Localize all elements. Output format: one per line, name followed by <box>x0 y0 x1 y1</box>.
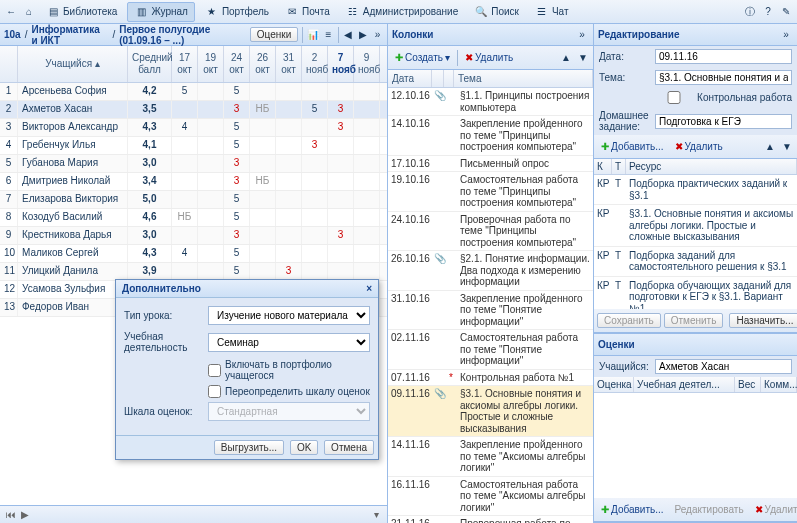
settings-icon[interactable]: ✎ <box>779 5 793 19</box>
chart-icon[interactable]: 📊 <box>307 28 319 42</box>
nav-admin[interactable]: ☷Администрирование <box>340 3 464 21</box>
ok-button[interactable]: OK <box>290 440 318 455</box>
list-item[interactable]: 26.10.16📎§2.1. Понятие информации. Два п… <box>388 251 593 291</box>
table-row[interactable]: 10Маликов Сергей4,345 <box>0 245 387 263</box>
crumb-period[interactable]: Первое полугодие (01.09.16 – ...) <box>119 24 242 46</box>
down-icon[interactable]: ▼ <box>780 140 794 154</box>
journal-icon: ▥ <box>134 5 148 19</box>
back-icon[interactable]: ← <box>4 5 18 19</box>
date-label: Дата: <box>599 51 651 62</box>
table-row[interactable]: 7Елизарова Виктория5,05 <box>0 191 387 209</box>
collapse-icon[interactable]: » <box>575 28 589 42</box>
hw-label: Домашнее задание: <box>599 110 651 132</box>
crumb-class[interactable]: 10а <box>4 29 21 40</box>
table-row[interactable]: 2Ахметов Хасан3,53НБ53 <box>0 101 387 119</box>
student-label: Учащийся: <box>599 361 651 372</box>
test-checkbox[interactable]: Контрольная работа <box>650 88 797 107</box>
list-item[interactable]: 02.11.16Самостоятельная работа по теме "… <box>388 330 593 370</box>
table-row[interactable]: 8Козодуб Василий4,6НБ5 <box>0 209 387 227</box>
topic-input[interactable] <box>655 70 792 85</box>
list-item[interactable]: 07.11.16*Контрольная работа №1 <box>388 370 593 387</box>
marks-title: Оценки <box>598 339 635 350</box>
list-item[interactable]: КРТПодборка обучающих заданий для подгот… <box>594 277 797 310</box>
list-item[interactable]: 12.10.16📎§1.1. Принципы построения компь… <box>388 88 593 116</box>
down-icon[interactable]: ▼ <box>576 51 590 65</box>
table-row[interactable]: 9Крестникова Дарья3,033 <box>0 227 387 245</box>
list-item[interactable]: 09.11.16📎§3.1. Основные понятия и аксиом… <box>388 386 593 437</box>
student-input[interactable] <box>655 359 792 374</box>
lessons-grid: ДатаТема 12.10.16📎§1.1. Принципы построе… <box>388 70 593 523</box>
dialog-title: Дополнительно <box>122 283 201 294</box>
list-item[interactable]: 17.10.16Письменный опрос <box>388 156 593 173</box>
assign-button[interactable]: Назначить... <box>729 313 797 328</box>
date-input[interactable] <box>655 49 792 64</box>
chat-icon: ☰ <box>535 5 549 19</box>
nav-portfolio[interactable]: ★Портфель <box>199 3 275 21</box>
table-row[interactable]: 5Губанова Мария3,03 <box>0 155 387 173</box>
cancel-button[interactable]: Отмена <box>324 440 374 455</box>
cancel-edit-button: Отменить <box>664 313 724 328</box>
scale-label: Шкала оценок: <box>124 406 202 417</box>
del-resource-button[interactable]: ✖Удалить <box>671 139 727 154</box>
up-icon[interactable]: ▲ <box>559 51 573 65</box>
table-row[interactable]: 3Викторов Александр4,3453 <box>0 119 387 137</box>
list-item[interactable]: КРТПодборка практических заданий к §3.1 <box>594 175 797 205</box>
table-row[interactable]: 6Дмитриев Николай3,43НБ <box>0 173 387 191</box>
close-icon[interactable]: × <box>366 283 372 294</box>
help-icon[interactable]: ? <box>761 5 775 19</box>
activity-select[interactable]: Семинар <box>208 333 370 352</box>
extra-dialog: Дополнительно× Тип урока:Изучение нового… <box>115 279 379 460</box>
crumb-subject[interactable]: Информатика и ИКТ <box>31 24 108 46</box>
save-button: Сохранить <box>597 313 661 328</box>
activity-label: Учебная деятельность <box>124 331 202 353</box>
lesson-type-label: Тип урока: <box>124 310 202 321</box>
del-mark-button: ✖Удалить <box>751 502 797 517</box>
list-item[interactable]: 14.11.16Закрепление пройденного по теме … <box>388 437 593 477</box>
col-date[interactable]: Дата <box>388 70 432 87</box>
lesson-type-select[interactable]: Изучение нового материала <box>208 306 370 325</box>
list-item[interactable]: 24.10.16Проверочная работа по теме "Прин… <box>388 212 593 252</box>
info-icon[interactable]: ⓘ <box>743 5 757 19</box>
up-icon[interactable]: ▲ <box>763 140 777 154</box>
mail-icon: ✉ <box>285 5 299 19</box>
edit-mark-button: Редактировать <box>671 502 748 517</box>
prev-icon[interactable]: ◀ <box>343 28 354 42</box>
first-icon[interactable]: ⏮ <box>4 508 18 522</box>
book-icon: ▤ <box>46 5 60 19</box>
delete-button[interactable]: ✖Удалить <box>461 50 517 65</box>
list-item[interactable]: КР§3.1. Основные понятия и аксиомы алгеб… <box>594 205 797 247</box>
hw-input[interactable] <box>655 114 792 129</box>
status-bar: ⏮ ▶ ▾ <box>0 505 387 523</box>
list-item[interactable]: 21.11.16Проверочная работа по теме "Акси… <box>388 516 593 523</box>
export-button[interactable]: Выгрузить... <box>214 440 284 455</box>
breadcrumb-bar: 10а/ Информатика и ИКТ/ Первое полугодие… <box>0 24 387 46</box>
add-mark-button[interactable]: ✚Добавить... <box>597 502 668 517</box>
home-icon[interactable]: ⌂ <box>22 5 36 19</box>
table-row[interactable]: 4Гребенчук Илья4,153 <box>0 137 387 155</box>
list-item[interactable]: КРТПодборка заданий для самостоятельного… <box>594 247 797 277</box>
play-icon[interactable]: ▶ <box>18 508 32 522</box>
list-item[interactable]: 14.10.16Закрепление пройденного по теме … <box>388 116 593 156</box>
scale-select: Стандартная <box>208 402 370 421</box>
portfolio-checkbox[interactable]: Включать в портфолио учащегося <box>208 359 370 381</box>
list-item[interactable]: 31.10.16Закрепление пройденного по теме … <box>388 291 593 331</box>
override-scale-checkbox[interactable]: Переопределить шкалу оценок <box>208 385 370 398</box>
nav-journal[interactable]: ▥Журнал <box>127 2 195 22</box>
list-icon[interactable]: ≡ <box>323 28 334 42</box>
nav-search[interactable]: 🔍Поиск <box>468 3 525 21</box>
create-button[interactable]: ✚Создать▾ <box>391 50 454 65</box>
list-item[interactable]: 19.10.16Самостоятельная работа по теме "… <box>388 172 593 212</box>
collapse-icon[interactable]: » <box>779 28 793 42</box>
nav-chat[interactable]: ☰Чат <box>529 3 575 21</box>
expand-down-icon[interactable]: ▾ <box>369 508 383 522</box>
next-icon[interactable]: ▶ <box>357 28 368 42</box>
list-item[interactable]: 16.11.16Самостоятельная работа по теме "… <box>388 477 593 517</box>
nav-mail[interactable]: ✉Почта <box>279 3 336 21</box>
col-topic[interactable]: Тема <box>454 70 593 87</box>
grades-button[interactable]: Оценки <box>250 27 298 42</box>
topic-label: Тема: <box>599 72 651 83</box>
table-row[interactable]: 1Арсеньева София4,255 <box>0 83 387 101</box>
expand-icon[interactable]: » <box>372 28 383 42</box>
add-resource-button[interactable]: ✚Добавить... <box>597 139 668 154</box>
nav-library[interactable]: ▤Библиотека <box>40 3 123 21</box>
